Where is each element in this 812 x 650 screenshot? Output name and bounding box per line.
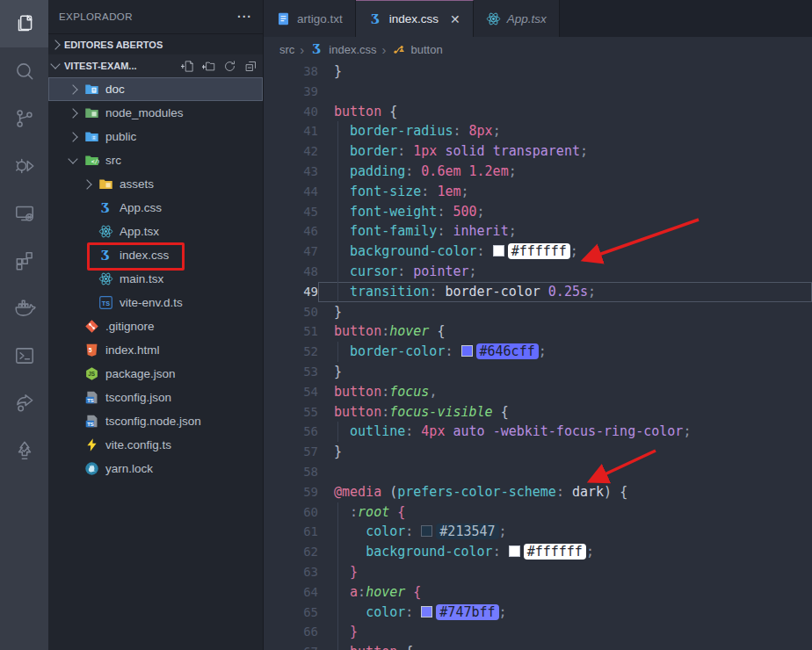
terminal-icon[interactable] bbox=[0, 332, 48, 379]
tree-item-app.tsx[interactable]: App.tsx bbox=[48, 220, 263, 243]
code-line-64[interactable]: 64 a:hover { bbox=[264, 582, 812, 603]
tree-item-public[interactable]: public bbox=[48, 125, 263, 148]
code-line-52[interactable]: 52 border-color: #646cff; bbox=[264, 342, 812, 362]
token-p1: ) bbox=[604, 484, 612, 500]
code-line-45[interactable]: 45 font-weight: 500; bbox=[264, 202, 812, 222]
code-line-66[interactable]: 66 } bbox=[264, 622, 812, 642]
color-swatch[interactable] bbox=[461, 345, 473, 357]
code-line-38[interactable]: 38} bbox=[264, 61, 812, 82]
code-editor[interactable]: 38}3940button {41 border-radius: 8px;42 … bbox=[264, 61, 812, 650]
tab-app.tsx[interactable]: App.tsx bbox=[474, 0, 560, 37]
token-p2: } bbox=[350, 564, 358, 580]
new-file-icon[interactable] bbox=[178, 57, 196, 75]
breadcrumb-item-src[interactable]: src bbox=[279, 43, 294, 56]
color-swatch[interactable] bbox=[493, 245, 504, 256]
code-line-57[interactable]: 57} bbox=[264, 442, 812, 462]
code-line-50[interactable]: 50} bbox=[264, 302, 812, 322]
refresh-icon[interactable] bbox=[221, 57, 238, 75]
code-line-46[interactable]: 46 font-family: inherit; bbox=[264, 221, 812, 242]
token-plain bbox=[334, 264, 350, 279]
tree-item-label: yarn.lock bbox=[105, 462, 153, 475]
code-line-44[interactable]: 44 font-size: 1em; bbox=[264, 182, 812, 202]
code-line-56[interactable]: 56 outline: 4px auto -webkit-focus-ring-… bbox=[264, 422, 812, 442]
token-p2: } bbox=[350, 624, 358, 639]
open-editors-section[interactable]: EDITORES ABERTOS bbox=[48, 33, 263, 54]
tree-item-yarn.lock[interactable]: yarn.lock bbox=[48, 457, 263, 480]
token-plain bbox=[334, 284, 350, 300]
tree-item-vite-env.d.ts[interactable]: TSvite-env.d.ts bbox=[48, 291, 263, 314]
token-punct: ; bbox=[509, 163, 517, 179]
line-content: font-family: inherit; bbox=[318, 221, 812, 242]
tree-item-tsconfig.node.json[interactable]: TStsconfig.node.json bbox=[48, 409, 263, 433]
tree-item-node-modules[interactable]: node_modules bbox=[48, 101, 263, 125]
close-icon[interactable]: ✕ bbox=[450, 12, 460, 26]
code-line-59[interactable]: 59@media (prefers-color-scheme: dark) { bbox=[264, 482, 812, 502]
more-actions-icon[interactable]: ··· bbox=[237, 10, 252, 24]
token-punct: : bbox=[381, 404, 389, 420]
token-plain bbox=[334, 504, 350, 520]
code-line-42[interactable]: 42 border: 1px solid transparent; bbox=[264, 141, 812, 162]
live-share-icon[interactable] bbox=[0, 379, 48, 427]
token-sel: button bbox=[334, 404, 381, 420]
tab-artigo.txt[interactable]: artigo.txt bbox=[264, 0, 356, 37]
token-plain bbox=[485, 243, 493, 259]
tree-item-main.tsx[interactable]: main.tsx bbox=[48, 267, 263, 291]
code-line-62[interactable]: 62 background-color: #ffffff; bbox=[264, 542, 812, 562]
code-line-63[interactable]: 63 } bbox=[264, 562, 812, 582]
token-punct: : bbox=[453, 123, 460, 139]
explorer-icon[interactable] bbox=[0, 0, 48, 47]
code-line-48[interactable]: 48 cursor: pointer; bbox=[264, 262, 812, 282]
breadcrumb-item-button[interactable]: button bbox=[411, 43, 443, 56]
tree-item-app.css[interactable]: ƷApp.css bbox=[48, 196, 263, 220]
code-line-60[interactable]: 60 :root { bbox=[264, 502, 812, 523]
code-line-54[interactable]: 54button:focus, bbox=[264, 382, 812, 402]
collapse-all-icon[interactable] bbox=[242, 57, 259, 75]
token-kw: solid bbox=[445, 143, 484, 159]
hex-color-value: #646cff bbox=[476, 343, 539, 359]
token-plain bbox=[413, 423, 421, 439]
color-swatch[interactable] bbox=[509, 545, 520, 557]
code-line-43[interactable]: 43 padding: 0.6em 1.2em; bbox=[264, 162, 812, 182]
token-plain bbox=[381, 484, 389, 500]
new-folder-icon[interactable] bbox=[199, 57, 217, 75]
token-plain bbox=[612, 484, 620, 500]
code-line-53[interactable]: 53} bbox=[264, 362, 812, 382]
tree-item-.gitignore[interactable]: .gitignore bbox=[48, 314, 263, 338]
remote-explorer-icon[interactable] bbox=[0, 190, 48, 237]
code-line-41[interactable]: 41 border-radius: 8px; bbox=[264, 121, 812, 141]
docker-icon[interactable] bbox=[0, 285, 48, 332]
code-line-49[interactable]: 49 transition: border-color 0.25s; bbox=[264, 282, 812, 302]
code-line-67[interactable]: 67 button { bbox=[264, 642, 812, 650]
code-line-39[interactable]: 39 bbox=[264, 82, 812, 102]
testing-tree-icon[interactable] bbox=[0, 427, 48, 474]
line-number: 61 bbox=[264, 522, 318, 542]
search-icon[interactable] bbox=[0, 47, 48, 95]
dts-icon: TS bbox=[98, 295, 113, 311]
code-line-51[interactable]: 51button:hover { bbox=[264, 321, 812, 342]
code-line-47[interactable]: 47 background-color: #ffffff; bbox=[264, 242, 812, 262]
tree-item-index.css[interactable]: Ʒindex.css bbox=[48, 243, 263, 267]
project-section-header[interactable]: VITEST-EXAM... bbox=[48, 54, 263, 77]
token-pseudo: hover bbox=[389, 323, 429, 339]
tree-item-tsconfig.json[interactable]: TStsconfig.json bbox=[48, 386, 263, 409]
tree-item-package.json[interactable]: JSpackage.json bbox=[48, 362, 263, 386]
color-swatch[interactable] bbox=[421, 525, 432, 537]
code-line-40[interactable]: 40button { bbox=[264, 102, 812, 122]
run-and-debug-icon[interactable] bbox=[0, 142, 48, 190]
code-line-55[interactable]: 55button:focus-visible { bbox=[264, 402, 812, 422]
extensions-icon[interactable] bbox=[0, 237, 48, 285]
css-icon: Ʒ bbox=[368, 11, 383, 26]
code-line-61[interactable]: 61 color: #213547; bbox=[264, 522, 812, 542]
code-line-65[interactable]: 65 color: #747bff; bbox=[264, 603, 812, 623]
tree-item-vite.config.ts[interactable]: vite.config.ts bbox=[48, 433, 263, 457]
tree-item-assets[interactable]: assets bbox=[48, 172, 263, 196]
source-control-icon[interactable] bbox=[0, 95, 48, 142]
tree-item-doc[interactable]: doc bbox=[48, 77, 263, 101]
token-plain bbox=[334, 544, 366, 560]
tree-item-index.html[interactable]: 5index.html bbox=[48, 338, 263, 362]
tab-index.css[interactable]: Ʒindex.css✕ bbox=[356, 0, 474, 37]
tree-item-src[interactable]: </>src bbox=[48, 148, 263, 172]
color-swatch[interactable] bbox=[421, 606, 432, 618]
code-line-58[interactable]: 58 bbox=[264, 462, 812, 482]
breadcrumb-item-index.css[interactable]: index.css bbox=[329, 43, 376, 56]
